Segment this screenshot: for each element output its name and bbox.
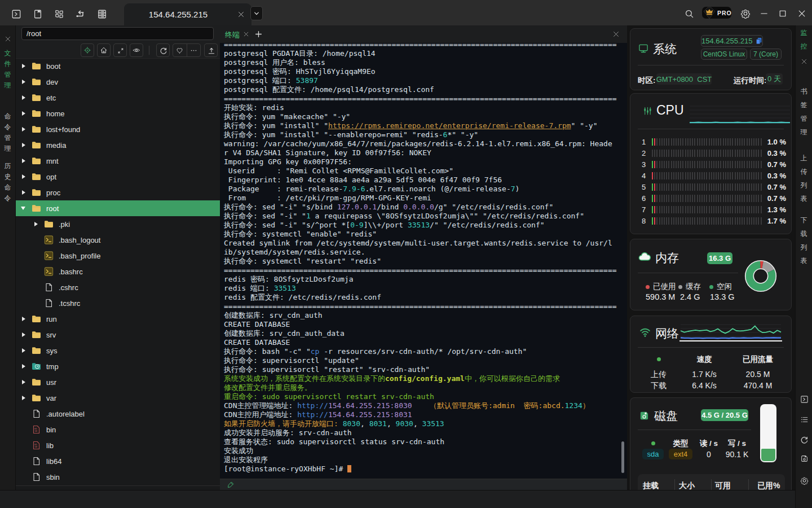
tree-row-dev[interactable]: dev: [16, 74, 220, 90]
show-hidden-button[interactable]: [130, 43, 143, 57]
refresh-button[interactable]: [156, 43, 170, 57]
tree-row--tcshrc[interactable]: .tcshrc: [16, 295, 220, 311]
tree-row--cshrc[interactable]: .cshrc: [16, 279, 220, 295]
tree-row-tmp[interactable]: tmp: [16, 358, 220, 374]
tree-expand-arrow[interactable]: [21, 158, 27, 164]
cpu-meter-segment: [661, 138, 663, 146]
cpu-meter-segment: [723, 172, 724, 179]
tree-row-var[interactable]: var: [16, 390, 220, 406]
terminal-panel-close-icon[interactable]: [612, 30, 620, 38]
terminal-tab-close-icon[interactable]: [243, 31, 249, 37]
sidebar-tab-history[interactable]: 历史命令: [0, 161, 15, 223]
terminal-tab[interactable]: 终端: [225, 30, 240, 40]
rail-save-icon[interactable]: [800, 454, 809, 463]
right-rail-close-icon[interactable]: [801, 58, 807, 65]
terminal-scrollbar[interactable]: [621, 441, 624, 473]
tree-expand-arrow[interactable]: [21, 316, 27, 322]
home-button[interactable]: [97, 43, 111, 57]
tree-label: usr: [46, 378, 56, 387]
settings-gear-icon[interactable]: [740, 8, 751, 19]
cpu-meter-segment: [671, 206, 672, 213]
new-terminal-tab-icon[interactable]: [254, 30, 263, 38]
tree-row-lost-found[interactable]: lost+found: [16, 121, 220, 137]
tree-row--bash-profile[interactable]: .bash_profile: [16, 248, 220, 264]
tree-row--autorelabel[interactable]: .autorelabel: [16, 406, 220, 422]
server-list-icon[interactable]: [97, 9, 107, 19]
sidebar-tab-file-manager[interactable]: 文件管理: [0, 48, 15, 110]
tree-expand-arrow[interactable]: [21, 95, 27, 100]
rail-list-icon[interactable]: [800, 415, 809, 424]
tree-row-boot[interactable]: boot: [16, 58, 220, 74]
sidebar-tab-download-list[interactable]: 下载列表: [796, 213, 812, 275]
new-terminal-icon[interactable]: [11, 9, 21, 19]
tree-expand-arrow[interactable]: [21, 174, 27, 179]
tree-row-proc[interactable]: proc: [16, 185, 220, 200]
sidebar-tab-upload-list[interactable]: 上传列表: [796, 151, 812, 213]
tree-expand-arrow[interactable]: [21, 142, 27, 148]
ip-badge[interactable]: 154.64.255.215: [701, 35, 763, 47]
tree-label: lost+found: [46, 125, 80, 134]
left-rail-close-icon[interactable]: [5, 36, 11, 42]
tree-row-home[interactable]: home: [16, 106, 220, 121]
favorite-button[interactable]: [173, 44, 187, 56]
tab-list-dropdown[interactable]: [250, 6, 263, 20]
copy-icon[interactable]: [756, 37, 762, 45]
window-close-button[interactable]: [797, 9, 806, 18]
annotate-pencil-icon[interactable]: [227, 481, 235, 489]
tree-expand-arrow[interactable]: [21, 205, 27, 211]
tree-expand-arrow[interactable]: [21, 348, 27, 353]
rail-refresh-icon[interactable]: [800, 436, 809, 444]
session-tab[interactable]: 154.64.255.215: [124, 3, 251, 25]
collapse-button[interactable]: [113, 43, 127, 57]
tree-expand-arrow[interactable]: [21, 79, 27, 85]
tree-expand-arrow[interactable]: [33, 221, 39, 227]
tree-expand-arrow[interactable]: [21, 126, 27, 132]
window-maximize-button[interactable]: [778, 9, 787, 18]
tree-row-bin[interactable]: 0110bin: [16, 422, 220, 437]
tree-expand-arrow[interactable]: [21, 364, 27, 369]
tree-expand-arrow[interactable]: [21, 111, 27, 116]
used-pct-col: 已用%: [757, 481, 780, 490]
search-icon[interactable]: [685, 9, 694, 19]
tree-row-sys[interactable]: sys: [16, 343, 220, 358]
path-input[interactable]: [21, 27, 214, 40]
terminal-cursor: [347, 465, 351, 472]
cpu-meter-segment: [673, 161, 674, 168]
tree-row--bash-logout[interactable]: .bash_logout: [16, 232, 220, 248]
session-tab-close-icon[interactable]: [237, 11, 245, 18]
pro-badge[interactable]: PRO: [701, 6, 732, 20]
tree-row-root[interactable]: root: [16, 200, 220, 216]
upload-button[interactable]: [204, 43, 218, 57]
tree-expand-arrow[interactable]: [21, 190, 27, 195]
sidebar-tab-monitor[interactable]: 监控: [796, 26, 812, 52]
tree-row-etc[interactable]: etc: [16, 90, 220, 106]
tree-row-sbin[interactable]: sbin: [16, 469, 220, 485]
locate-button[interactable]: [81, 43, 94, 57]
file-bookmark-icon[interactable]: [33, 9, 43, 19]
tree-row-mnt[interactable]: mnt: [16, 153, 220, 169]
rail-terminal-icon[interactable]: [800, 395, 809, 404]
tree-row-lib64[interactable]: lib64: [16, 453, 220, 469]
tree-row--pki[interactable]: .pki: [16, 216, 220, 232]
rail-settings-icon[interactable]: [800, 476, 809, 485]
remote-apps-icon[interactable]: [54, 9, 64, 19]
tree-expand-arrow[interactable]: [21, 395, 27, 401]
sidebar-tab-bookmarks[interactable]: 书签管理: [796, 85, 812, 147]
tree-expand-arrow[interactable]: [21, 379, 27, 385]
tree-row-lib[interactable]: 0110lib: [16, 437, 220, 453]
connections-icon[interactable]: [76, 9, 86, 19]
tree-row-usr[interactable]: usr: [16, 374, 220, 390]
tree-row-media[interactable]: media: [16, 137, 220, 153]
tree-row--bashrc[interactable]: .bashrc: [16, 264, 220, 279]
window-minimize-button[interactable]: [760, 9, 769, 18]
tree-row-run[interactable]: run: [16, 311, 220, 327]
tree-expand-arrow[interactable]: [21, 63, 27, 69]
cpu-meter-segment: [732, 161, 733, 168]
tree-row-srv[interactable]: srv: [16, 327, 220, 343]
cpu-meter-segment: [709, 206, 710, 213]
terminal-output[interactable]: ========================================…: [220, 40, 627, 479]
tree-expand-arrow[interactable]: [21, 332, 27, 338]
cpu-meter-segment: [723, 150, 724, 157]
more-button[interactable]: [187, 44, 201, 56]
tree-row-opt[interactable]: opt: [16, 169, 220, 185]
